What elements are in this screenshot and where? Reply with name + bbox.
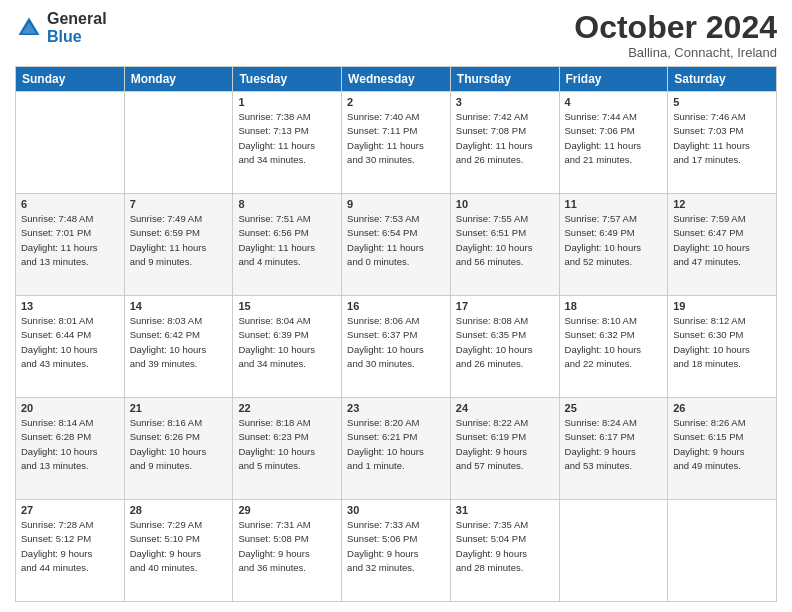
table-row: [124, 92, 233, 194]
logo-text: General Blue: [47, 10, 107, 46]
day-number: 8: [238, 198, 336, 210]
day-info: Sunrise: 7:33 AM Sunset: 5:06 PM Dayligh…: [347, 518, 445, 575]
day-number: 26: [673, 402, 771, 414]
day-info: Sunrise: 8:14 AM Sunset: 6:28 PM Dayligh…: [21, 416, 119, 473]
day-info: Sunrise: 8:06 AM Sunset: 6:37 PM Dayligh…: [347, 314, 445, 371]
day-info: Sunrise: 7:35 AM Sunset: 5:04 PM Dayligh…: [456, 518, 554, 575]
title-block: October 2024 Ballina, Connacht, Ireland: [574, 10, 777, 60]
logo-icon: [15, 14, 43, 42]
calendar-week-row: 1Sunrise: 7:38 AM Sunset: 7:13 PM Daylig…: [16, 92, 777, 194]
table-row: 2Sunrise: 7:40 AM Sunset: 7:11 PM Daylig…: [342, 92, 451, 194]
day-info: Sunrise: 7:53 AM Sunset: 6:54 PM Dayligh…: [347, 212, 445, 269]
table-row: 19Sunrise: 8:12 AM Sunset: 6:30 PM Dayli…: [668, 296, 777, 398]
day-info: Sunrise: 8:20 AM Sunset: 6:21 PM Dayligh…: [347, 416, 445, 473]
day-info: Sunrise: 8:18 AM Sunset: 6:23 PM Dayligh…: [238, 416, 336, 473]
subtitle: Ballina, Connacht, Ireland: [574, 45, 777, 60]
table-row: 3Sunrise: 7:42 AM Sunset: 7:08 PM Daylig…: [450, 92, 559, 194]
day-info: Sunrise: 8:24 AM Sunset: 6:17 PM Dayligh…: [565, 416, 663, 473]
day-number: 25: [565, 402, 663, 414]
day-info: Sunrise: 7:55 AM Sunset: 6:51 PM Dayligh…: [456, 212, 554, 269]
table-row: 13Sunrise: 8:01 AM Sunset: 6:44 PM Dayli…: [16, 296, 125, 398]
day-info: Sunrise: 8:16 AM Sunset: 6:26 PM Dayligh…: [130, 416, 228, 473]
table-row: 20Sunrise: 8:14 AM Sunset: 6:28 PM Dayli…: [16, 398, 125, 500]
day-info: Sunrise: 7:29 AM Sunset: 5:10 PM Dayligh…: [130, 518, 228, 575]
day-info: Sunrise: 8:10 AM Sunset: 6:32 PM Dayligh…: [565, 314, 663, 371]
day-number: 6: [21, 198, 119, 210]
table-row: 6Sunrise: 7:48 AM Sunset: 7:01 PM Daylig…: [16, 194, 125, 296]
table-row: [668, 500, 777, 602]
day-info: Sunrise: 7:28 AM Sunset: 5:12 PM Dayligh…: [21, 518, 119, 575]
table-row: 12Sunrise: 7:59 AM Sunset: 6:47 PM Dayli…: [668, 194, 777, 296]
calendar-week-row: 20Sunrise: 8:14 AM Sunset: 6:28 PM Dayli…: [16, 398, 777, 500]
day-number: 21: [130, 402, 228, 414]
day-number: 17: [456, 300, 554, 312]
day-number: 22: [238, 402, 336, 414]
table-row: 22Sunrise: 8:18 AM Sunset: 6:23 PM Dayli…: [233, 398, 342, 500]
table-row: 31Sunrise: 7:35 AM Sunset: 5:04 PM Dayli…: [450, 500, 559, 602]
table-row: 18Sunrise: 8:10 AM Sunset: 6:32 PM Dayli…: [559, 296, 668, 398]
day-number: 16: [347, 300, 445, 312]
col-thursday: Thursday: [450, 67, 559, 92]
day-number: 11: [565, 198, 663, 210]
month-title: October 2024: [574, 10, 777, 45]
day-number: 29: [238, 504, 336, 516]
day-info: Sunrise: 8:01 AM Sunset: 6:44 PM Dayligh…: [21, 314, 119, 371]
col-saturday: Saturday: [668, 67, 777, 92]
day-info: Sunrise: 7:48 AM Sunset: 7:01 PM Dayligh…: [21, 212, 119, 269]
table-row: 7Sunrise: 7:49 AM Sunset: 6:59 PM Daylig…: [124, 194, 233, 296]
day-number: 13: [21, 300, 119, 312]
day-number: 9: [347, 198, 445, 210]
day-number: 15: [238, 300, 336, 312]
table-row: [16, 92, 125, 194]
day-info: Sunrise: 8:03 AM Sunset: 6:42 PM Dayligh…: [130, 314, 228, 371]
day-info: Sunrise: 7:51 AM Sunset: 6:56 PM Dayligh…: [238, 212, 336, 269]
day-number: 28: [130, 504, 228, 516]
table-row: 9Sunrise: 7:53 AM Sunset: 6:54 PM Daylig…: [342, 194, 451, 296]
day-number: 20: [21, 402, 119, 414]
table-row: 4Sunrise: 7:44 AM Sunset: 7:06 PM Daylig…: [559, 92, 668, 194]
table-row: 25Sunrise: 8:24 AM Sunset: 6:17 PM Dayli…: [559, 398, 668, 500]
calendar-table: Sunday Monday Tuesday Wednesday Thursday…: [15, 66, 777, 602]
calendar-week-row: 27Sunrise: 7:28 AM Sunset: 5:12 PM Dayli…: [16, 500, 777, 602]
table-row: 10Sunrise: 7:55 AM Sunset: 6:51 PM Dayli…: [450, 194, 559, 296]
col-sunday: Sunday: [16, 67, 125, 92]
day-number: 19: [673, 300, 771, 312]
table-row: 28Sunrise: 7:29 AM Sunset: 5:10 PM Dayli…: [124, 500, 233, 602]
day-info: Sunrise: 7:44 AM Sunset: 7:06 PM Dayligh…: [565, 110, 663, 167]
col-monday: Monday: [124, 67, 233, 92]
table-row: 5Sunrise: 7:46 AM Sunset: 7:03 PM Daylig…: [668, 92, 777, 194]
table-row: 16Sunrise: 8:06 AM Sunset: 6:37 PM Dayli…: [342, 296, 451, 398]
day-number: 27: [21, 504, 119, 516]
day-number: 3: [456, 96, 554, 108]
table-row: 14Sunrise: 8:03 AM Sunset: 6:42 PM Dayli…: [124, 296, 233, 398]
day-info: Sunrise: 7:57 AM Sunset: 6:49 PM Dayligh…: [565, 212, 663, 269]
table-row: 27Sunrise: 7:28 AM Sunset: 5:12 PM Dayli…: [16, 500, 125, 602]
table-row: 1Sunrise: 7:38 AM Sunset: 7:13 PM Daylig…: [233, 92, 342, 194]
table-row: 30Sunrise: 7:33 AM Sunset: 5:06 PM Dayli…: [342, 500, 451, 602]
table-row: 11Sunrise: 7:57 AM Sunset: 6:49 PM Dayli…: [559, 194, 668, 296]
header: General Blue October 2024 Ballina, Conna…: [15, 10, 777, 60]
day-info: Sunrise: 8:26 AM Sunset: 6:15 PM Dayligh…: [673, 416, 771, 473]
day-info: Sunrise: 7:31 AM Sunset: 5:08 PM Dayligh…: [238, 518, 336, 575]
day-number: 12: [673, 198, 771, 210]
day-info: Sunrise: 7:46 AM Sunset: 7:03 PM Dayligh…: [673, 110, 771, 167]
day-number: 5: [673, 96, 771, 108]
day-info: Sunrise: 8:04 AM Sunset: 6:39 PM Dayligh…: [238, 314, 336, 371]
col-wednesday: Wednesday: [342, 67, 451, 92]
page: General Blue October 2024 Ballina, Conna…: [0, 0, 792, 612]
calendar-week-row: 13Sunrise: 8:01 AM Sunset: 6:44 PM Dayli…: [16, 296, 777, 398]
day-number: 2: [347, 96, 445, 108]
table-row: 26Sunrise: 8:26 AM Sunset: 6:15 PM Dayli…: [668, 398, 777, 500]
table-row: 21Sunrise: 8:16 AM Sunset: 6:26 PM Dayli…: [124, 398, 233, 500]
day-number: 4: [565, 96, 663, 108]
day-info: Sunrise: 7:42 AM Sunset: 7:08 PM Dayligh…: [456, 110, 554, 167]
day-number: 7: [130, 198, 228, 210]
table-row: [559, 500, 668, 602]
day-info: Sunrise: 7:40 AM Sunset: 7:11 PM Dayligh…: [347, 110, 445, 167]
day-number: 31: [456, 504, 554, 516]
day-info: Sunrise: 8:22 AM Sunset: 6:19 PM Dayligh…: [456, 416, 554, 473]
table-row: 29Sunrise: 7:31 AM Sunset: 5:08 PM Dayli…: [233, 500, 342, 602]
day-number: 10: [456, 198, 554, 210]
col-tuesday: Tuesday: [233, 67, 342, 92]
day-info: Sunrise: 7:49 AM Sunset: 6:59 PM Dayligh…: [130, 212, 228, 269]
